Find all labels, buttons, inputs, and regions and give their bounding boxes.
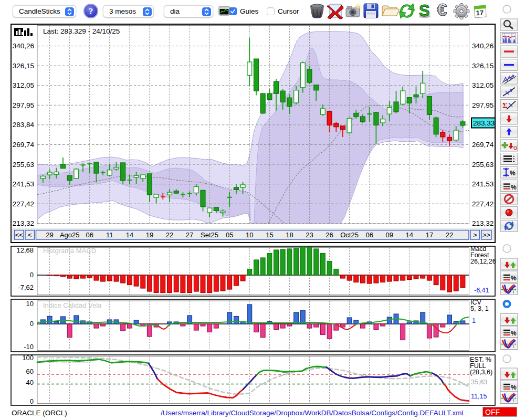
svg-text:%: % [511,384,517,391]
svg-text:%: % [511,275,517,282]
svg-text:%: % [510,170,516,177]
svg-text:%: % [511,184,517,191]
svg-text:%: % [511,330,517,337]
svg-text:Σ: Σ [502,101,508,110]
